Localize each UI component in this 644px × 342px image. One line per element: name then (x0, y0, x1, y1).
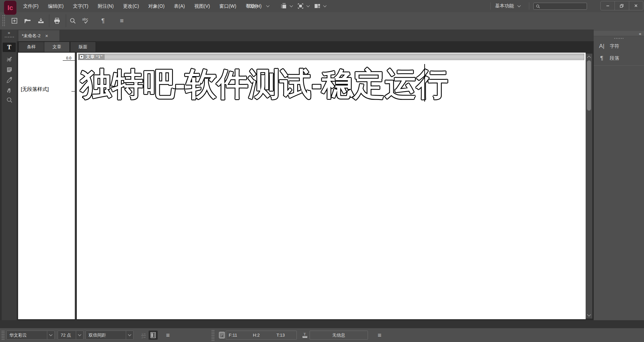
track-changes-tool[interactable] (3, 54, 16, 64)
tab-layout[interactable]: 版面 (70, 42, 96, 52)
find-button[interactable] (67, 12, 78, 30)
font-family-value: 华文彩云 (7, 332, 47, 338)
collapse-panels-icon[interactable]: « (639, 32, 641, 36)
menu-window[interactable]: 窗口(W) (215, 0, 241, 12)
info-display: 无信息 (310, 331, 368, 340)
story-text-svg: 独特吧-软件测试-稳定运行 (79, 63, 469, 106)
restore-button[interactable] (615, 1, 629, 10)
svg-text:T: T (304, 332, 306, 336)
text-depth-icon: T (302, 332, 308, 339)
paragraph-style-label[interactable]: [无段落样式] (21, 86, 49, 93)
minimize-button[interactable] (601, 1, 615, 10)
tab-galley[interactable]: 条样 (18, 42, 44, 52)
divider (529, 2, 529, 10)
count-scope-button[interactable] (217, 331, 226, 340)
spell-check-button[interactable]: abc (80, 12, 92, 30)
divider (490, 2, 491, 10)
open-button[interactable] (22, 12, 34, 30)
show-hidden-characters-button[interactable]: ¶ (97, 12, 109, 30)
panel-tab-paragraph[interactable]: ¶ 段落 (598, 54, 619, 63)
expand-panel-icon[interactable]: » (8, 30, 9, 35)
page-count-icon (219, 332, 225, 339)
document-tab-bar: *未命名-2 × (17, 30, 594, 41)
galley-info-toggle[interactable] (149, 331, 158, 340)
story-text-area[interactable]: ▼ 文章 “1” 独特吧-软件测试-稳定运行 (77, 53, 586, 319)
tools-panel: » T (0, 30, 17, 320)
menu-object[interactable]: 对象(O) (144, 0, 169, 12)
divider (66, 14, 66, 27)
panel-dock: « A| 字符 ¶ 段落 (594, 30, 644, 320)
tab-story[interactable]: 文章 (44, 42, 70, 52)
svg-text:abc: abc (82, 17, 88, 21)
story-header-stripes (105, 54, 584, 60)
statusbar-grip[interactable] (1, 330, 4, 340)
status-bar: 华文彩云 72 点 双倍间距 1 2 ≡ (0, 328, 644, 342)
collapse-story-button[interactable]: ▼ (79, 55, 84, 59)
info-menu-button[interactable]: ≡ (375, 331, 384, 340)
character-panel-label: 字符 (610, 43, 619, 49)
search-icon (69, 17, 76, 24)
menu-changes[interactable]: 更改(C) (118, 0, 144, 12)
story-arrow-icon: ▼ (80, 55, 83, 58)
scroll-down-icon[interactable] (587, 312, 591, 316)
close-tab-icon[interactable]: × (45, 33, 48, 39)
menu-icon: ≡ (120, 17, 123, 24)
panel-tab-character[interactable]: A| 字符 (598, 42, 619, 51)
line-marker (71, 91, 75, 92)
scrollbar-thumb[interactable] (587, 60, 591, 111)
zoom-level-value: 100% (247, 3, 259, 9)
save-content-button[interactable] (35, 12, 47, 30)
search-input[interactable] (533, 3, 587, 10)
menu-type[interactable]: 文字(T) (68, 0, 93, 12)
line-spacing-select[interactable]: 双倍间距 (86, 331, 133, 340)
info-column-icon (150, 332, 156, 338)
font-size-value: 72 点 (58, 332, 76, 338)
tab-story-label: 文章 (53, 44, 61, 50)
document-tab-title: *未命名-2 (22, 33, 41, 39)
dropdown-arrow[interactable] (76, 331, 83, 339)
toolbar-menu-button[interactable]: ≡ (116, 12, 127, 30)
screen-mode-dropdown[interactable] (314, 0, 326, 12)
scroll-up-icon[interactable] (587, 56, 591, 59)
dropdown-arrow[interactable] (126, 331, 133, 339)
paragraph-panel-label: 段落 (610, 55, 619, 61)
tools-panel-grip[interactable] (4, 36, 14, 38)
menu-table[interactable]: 表(A) (169, 0, 190, 12)
menu-file[interactable]: 文件(F) (18, 0, 43, 12)
appearance-menu-button[interactable]: ≡ (163, 331, 172, 340)
document-tab[interactable]: *未命名-2 × (18, 30, 59, 41)
vertical-scrollbar[interactable] (586, 54, 592, 319)
tab-galley-label: 条样 (27, 44, 36, 50)
type-tool[interactable]: T (3, 43, 16, 52)
note-tool[interactable] (3, 65, 16, 74)
eyedropper-tool[interactable] (3, 75, 16, 85)
dropdown-arrow[interactable] (47, 331, 54, 339)
hand-tool[interactable] (3, 86, 16, 95)
hidden-count: H:2 (253, 333, 260, 338)
story-text[interactable]: 独特吧-软件测试-稳定运行 (79, 66, 448, 102)
tab-layout-label: 版面 (79, 44, 88, 50)
magnifier-icon (6, 96, 13, 104)
frame-edges-dropdown[interactable] (297, 0, 309, 12)
line-numbers-toggle[interactable]: 1 2 (139, 331, 148, 340)
text-depth-button[interactable]: T (301, 331, 309, 340)
zoom-tool[interactable] (3, 95, 16, 105)
menu-edit[interactable]: 编辑(E) (43, 0, 68, 12)
statusbar-grip[interactable] (211, 330, 214, 341)
toolbar-grip[interactable] (2, 15, 5, 27)
close-button[interactable] (629, 1, 643, 10)
story-header-label-seg: ▼ 文章 “1” (78, 54, 105, 60)
zoom-level-dropdown[interactable]: 100% (247, 0, 269, 12)
print-button[interactable] (51, 12, 63, 30)
menu-view[interactable]: 视图(V) (190, 0, 215, 12)
panel-grip[interactable] (614, 38, 624, 39)
view-tabs: 条样 文章 版面 (17, 41, 594, 53)
menu-notes[interactable]: 附注(N) (93, 0, 118, 12)
main-area: » T (0, 30, 644, 320)
font-size-select[interactable]: 72 点 (58, 331, 84, 340)
font-family-select[interactable]: 华文彩云 (6, 331, 55, 340)
restore-icon (620, 4, 624, 8)
incopy-logo: Ic (4, 1, 16, 15)
workspace-switcher[interactable]: 基本功能 (495, 0, 520, 12)
view-options-dropdown[interactable] (280, 0, 292, 12)
